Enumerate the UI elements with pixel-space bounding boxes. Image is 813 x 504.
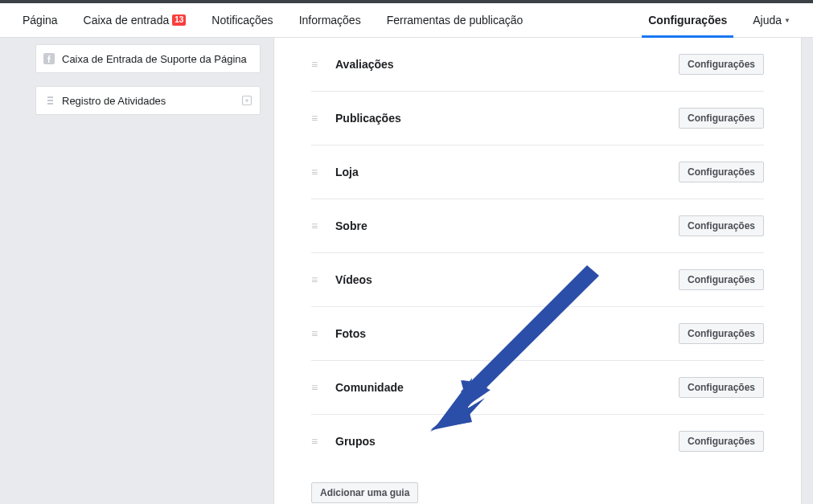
list-icon bbox=[43, 94, 55, 107]
topnav: Página Caixa de entrada 13 Notificações … bbox=[0, 3, 813, 38]
nav-notificacoes[interactable]: Notificações bbox=[199, 3, 285, 37]
tab-settings-button[interactable]: Configurações bbox=[679, 323, 764, 344]
tab-list: ≡ Avaliações Configurações ≡ Publicações… bbox=[274, 38, 801, 468]
sidebar-item-label: Registro de Atividades bbox=[62, 95, 240, 107]
tab-label: Publicações bbox=[335, 112, 679, 125]
tab-settings-button[interactable]: Configurações bbox=[679, 377, 764, 398]
tab-label: Avaliações bbox=[335, 58, 679, 71]
drag-handle-icon[interactable]: ≡ bbox=[311, 219, 322, 232]
tab-row: ≡ Loja Configurações bbox=[311, 145, 764, 199]
sidebar-item-support-inbox[interactable]: Caixa de Entrada de Suporte da Página bbox=[35, 44, 261, 73]
sidebar-item-activity-log[interactable]: Registro de Atividades bbox=[35, 86, 261, 115]
tab-settings-button[interactable]: Configurações bbox=[679, 54, 764, 75]
tab-label: Comunidade bbox=[335, 381, 679, 394]
sidebar-item-label: Caixa de Entrada de Suporte da Página bbox=[62, 53, 253, 65]
log-icon bbox=[240, 94, 253, 107]
nav-ajuda[interactable]: Ajuda▼ bbox=[740, 3, 803, 37]
tab-row: ≡ Grupos Configurações bbox=[311, 415, 764, 468]
tab-settings-button[interactable]: Configurações bbox=[679, 215, 764, 236]
main-panel: ≡ Avaliações Configurações ≡ Publicações… bbox=[273, 38, 802, 504]
sidebar: Caixa de Entrada de Suporte da Página Re… bbox=[0, 38, 273, 504]
drag-handle-icon[interactable]: ≡ bbox=[311, 112, 322, 125]
add-tab-button[interactable]: Adicionar uma guia bbox=[311, 482, 418, 503]
drag-handle-icon[interactable]: ≡ bbox=[311, 435, 322, 448]
tab-label: Sobre bbox=[335, 219, 679, 232]
drag-handle-icon[interactable]: ≡ bbox=[311, 381, 322, 394]
tab-row: ≡ Publicações Configurações bbox=[311, 92, 764, 145]
tab-label: Fotos bbox=[335, 327, 679, 340]
facebook-icon bbox=[43, 52, 55, 65]
tab-row: ≡ Comunidade Configurações bbox=[311, 361, 764, 415]
tab-row: ≡ Vídeos Configurações bbox=[311, 253, 764, 307]
tab-row: ≡ Sobre Configurações bbox=[311, 199, 764, 253]
chevron-down-icon: ▼ bbox=[784, 17, 790, 24]
nav-configuracoes[interactable]: Configurações bbox=[635, 3, 740, 37]
tab-settings-button[interactable]: Configurações bbox=[679, 269, 764, 290]
tab-label: Vídeos bbox=[335, 273, 679, 286]
tab-settings-button[interactable]: Configurações bbox=[679, 108, 764, 129]
tab-settings-button[interactable]: Configurações bbox=[679, 431, 764, 452]
nav-informacoes[interactable]: Informações bbox=[286, 3, 374, 37]
tab-label: Grupos bbox=[335, 435, 679, 448]
tab-row: ≡ Avaliações Configurações bbox=[311, 38, 764, 92]
nav-ferramentas[interactable]: Ferramentas de publicação bbox=[374, 3, 536, 37]
tab-label: Loja bbox=[335, 166, 679, 178]
drag-handle-icon[interactable]: ≡ bbox=[311, 273, 322, 286]
tab-row: ≡ Fotos Configurações bbox=[311, 307, 764, 361]
inbox-badge: 13 bbox=[172, 14, 186, 26]
tab-settings-button[interactable]: Configurações bbox=[679, 162, 764, 182]
nav-inbox[interactable]: Caixa de entrada 13 bbox=[71, 3, 199, 37]
drag-handle-icon[interactable]: ≡ bbox=[311, 58, 322, 71]
drag-handle-icon[interactable]: ≡ bbox=[311, 166, 322, 178]
drag-handle-icon[interactable]: ≡ bbox=[311, 327, 322, 340]
nav-pagina[interactable]: Página bbox=[10, 3, 71, 37]
